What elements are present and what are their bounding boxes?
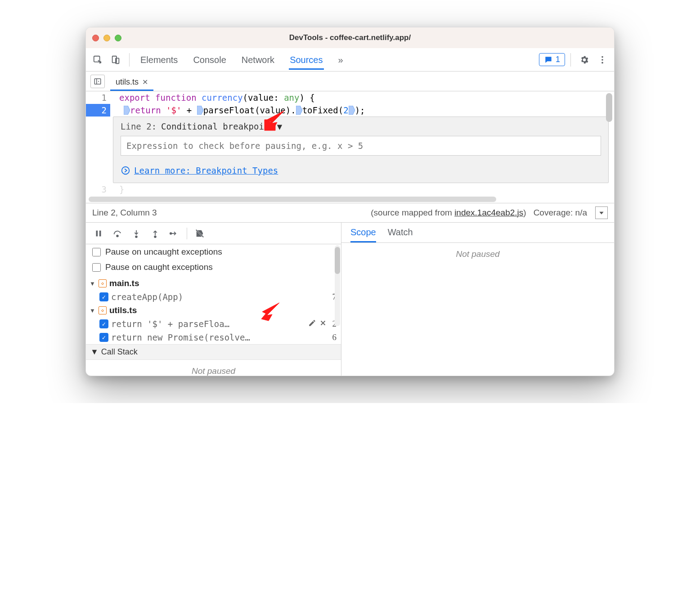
- file-tab-label: utils.ts: [116, 77, 139, 87]
- edit-breakpoint-icon[interactable]: [308, 319, 316, 329]
- breakpoint-type-dropdown[interactable]: Conditional breakpoint ▼: [161, 121, 282, 131]
- coverage-label: Coverage: n/a: [534, 208, 587, 218]
- source-map-link[interactable]: index.1ac4eab2.js: [454, 208, 523, 217]
- navigator-toggle-icon[interactable]: [90, 75, 105, 88]
- tab-console[interactable]: Console: [192, 49, 227, 70]
- window-controls: [92, 35, 121, 41]
- panel-tabs: Elements Console Network Sources »: [139, 49, 344, 70]
- file-tabs-row: utils.ts ✕: [86, 72, 614, 91]
- ts-file-icon: ⋄: [99, 279, 107, 287]
- breakpoint-item-hover[interactable]: ✓ return '$' + parseFloa… 2: [86, 317, 341, 331]
- tab-watch[interactable]: Watch: [388, 227, 413, 242]
- status-dropdown-icon[interactable]: [595, 206, 608, 219]
- pause-uncaught-checkbox[interactable]: [92, 248, 101, 256]
- breakpoint-checkbox[interactable]: ✓: [99, 333, 108, 342]
- kebab-menu-icon[interactable]: [594, 52, 610, 68]
- remove-breakpoint-icon[interactable]: [319, 319, 327, 329]
- pause-caught-checkbox[interactable]: [92, 263, 101, 272]
- debugger-panes: Pause on uncaught exceptions Pause on ca…: [86, 223, 614, 376]
- inline-bp-marker-icon[interactable]: [296, 106, 302, 115]
- source-mapped-label: (source mapped from index.1ac4eab2.js): [371, 208, 526, 218]
- disclosure-triangle-icon[interactable]: ▼: [90, 307, 96, 314]
- pause-uncaught-label: Pause on uncaught exceptions: [105, 247, 222, 257]
- svg-rect-8: [96, 230, 98, 236]
- issues-count: 1: [556, 55, 560, 64]
- issues-badge[interactable]: 1: [539, 53, 565, 66]
- scope-watch-tabs: Scope Watch: [341, 223, 614, 243]
- svg-point-3: [601, 56, 603, 58]
- svg-point-10: [117, 235, 118, 237]
- pause-uncaught-row[interactable]: Pause on uncaught exceptions: [86, 244, 341, 260]
- debugger-right-pane: Scope Watch Not paused: [341, 223, 614, 376]
- breakpoint-item[interactable]: ✓ return new Promise(resolve… 6: [86, 331, 341, 344]
- window-title: DevTools - coffee-cart.netlify.app/: [86, 33, 614, 42]
- disclosure-triangle-icon[interactable]: ▼: [90, 347, 99, 357]
- tab-network[interactable]: Network: [241, 49, 275, 70]
- svg-rect-9: [99, 230, 101, 236]
- titlebar: DevTools - coffee-cart.netlify.app/: [86, 27, 614, 48]
- panel-tabs-bar: Elements Console Network Sources » 1: [86, 48, 614, 72]
- breakpoint-file-main[interactable]: ▼ ⋄ main.ts: [86, 277, 341, 290]
- call-stack-not-paused: Not paused: [86, 360, 341, 376]
- pause-icon[interactable]: [90, 225, 107, 242]
- close-tab-icon[interactable]: ✕: [142, 78, 148, 86]
- chevron-down-icon: ▼: [277, 121, 282, 131]
- breakpoints-tree: ▼ ⋄ main.ts ✓ createApp(App) 7 ▼ ⋄ utils…: [86, 275, 341, 344]
- svg-point-5: [601, 62, 603, 63]
- code-vertical-scrollbar[interactable]: [606, 91, 612, 199]
- status-bar: Line 2, Column 3 (source mapped from ind…: [86, 203, 614, 223]
- step-out-icon[interactable]: [147, 225, 163, 242]
- step-icon[interactable]: [166, 225, 182, 242]
- debugger-left-pane: Pause on uncaught exceptions Pause on ca…: [86, 223, 341, 376]
- breakpoint-editor: Line 2: Conditional breakpoint ▼ Learn m…: [113, 117, 609, 183]
- svg-rect-6: [94, 79, 101, 84]
- pause-caught-row[interactable]: Pause on caught exceptions: [86, 260, 341, 275]
- inline-bp-marker-icon[interactable]: [124, 106, 130, 115]
- inline-bp-marker-icon[interactable]: [349, 106, 355, 115]
- step-over-icon[interactable]: [109, 225, 126, 242]
- code-line-1[interactable]: 1 export function currency(value: any) {: [86, 91, 614, 104]
- disclosure-triangle-icon[interactable]: ▼: [90, 280, 96, 287]
- tab-elements[interactable]: Elements: [139, 49, 179, 70]
- debugger-toolbar: [86, 223, 341, 244]
- svg-point-7: [122, 167, 130, 175]
- inline-bp-marker-icon[interactable]: [197, 106, 203, 115]
- zoom-window-button[interactable]: [115, 35, 121, 41]
- call-stack-header[interactable]: ▼ Call Stack: [86, 344, 341, 360]
- code-line-2[interactable]: 2 return '$' + parseFloat(value).toFixed…: [86, 104, 614, 117]
- code-editor[interactable]: 1 export function currency(value: any) {…: [86, 91, 614, 196]
- left-pane-scrollbar[interactable]: [335, 245, 340, 326]
- gutter-2-breakpoint[interactable]: 2: [86, 104, 110, 117]
- separator: [570, 53, 571, 67]
- bp-line-label: Line 2:: [121, 121, 157, 131]
- file-tab-utils[interactable]: utils.ts ✕: [110, 74, 153, 91]
- tab-scope[interactable]: Scope: [350, 227, 376, 242]
- inspect-element-icon[interactable]: [90, 52, 106, 68]
- close-window-button[interactable]: [92, 35, 99, 41]
- settings-gear-icon[interactable]: [576, 52, 592, 68]
- svg-point-4: [601, 59, 603, 61]
- breakpoint-condition-input[interactable]: [121, 136, 601, 156]
- code-line-3[interactable]: 3 }: [86, 183, 614, 196]
- step-into-icon[interactable]: [128, 225, 144, 242]
- deactivate-breakpoints-icon[interactable]: [192, 225, 208, 242]
- breakpoint-file-utils[interactable]: ▼ ⋄ utils.ts: [86, 304, 341, 317]
- breakpoint-checkbox[interactable]: ✓: [99, 319, 108, 328]
- code-text-3: }: [110, 183, 124, 196]
- breakpoint-checkbox[interactable]: ✓: [99, 292, 108, 301]
- svg-point-12: [154, 236, 156, 238]
- devtools-window: DevTools - coffee-cart.netlify.app/ Elem…: [85, 27, 615, 376]
- cursor-position: Line 2, Column 3: [92, 208, 157, 218]
- gutter-3[interactable]: 3: [86, 183, 110, 196]
- svg-point-13: [170, 233, 172, 234]
- tab-sources[interactable]: Sources: [289, 49, 323, 70]
- scope-not-paused: Not paused: [341, 243, 614, 265]
- device-toolbar-icon[interactable]: [108, 52, 124, 68]
- breakpoint-item[interactable]: ✓ createApp(App) 7: [86, 290, 341, 304]
- ts-file-icon: ⋄: [99, 306, 107, 314]
- more-tabs-button[interactable]: »: [337, 49, 344, 70]
- code-horizontal-scrollbar[interactable]: [86, 196, 614, 203]
- gutter-1[interactable]: 1: [86, 91, 110, 104]
- minimize-window-button[interactable]: [103, 35, 110, 41]
- learn-more-link[interactable]: Learn more: Breakpoint Types: [121, 166, 601, 175]
